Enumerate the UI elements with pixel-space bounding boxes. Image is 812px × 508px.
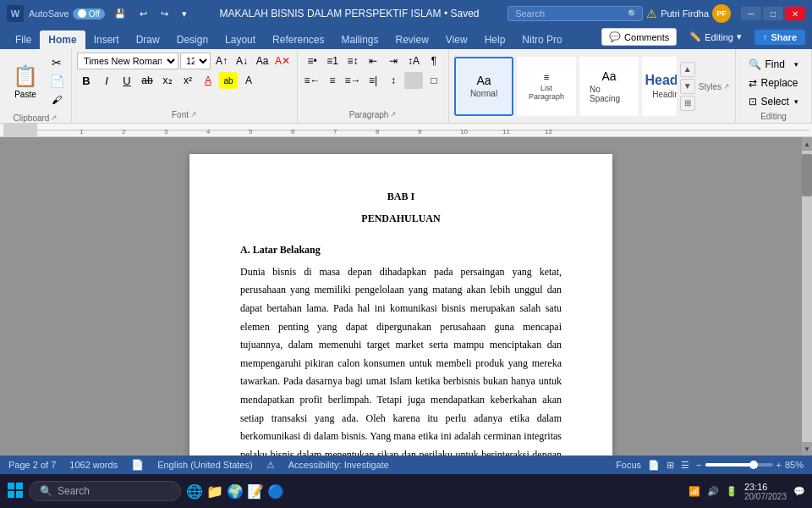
multilevel-button[interactable]: ≡↕ [343,52,362,69]
align-right-button[interactable]: ≡→ [343,72,362,89]
layout-icon1[interactable]: 📄 [648,460,660,471]
style-heading1[interactable]: Heading Heading 1 [642,57,677,116]
change-case-button[interactable]: Aa [253,52,272,69]
select-button[interactable]: ⊡ Select ▾ [743,93,804,110]
taskbar-app-2[interactable]: 📁 [206,483,223,500]
windows-logo-icon [7,482,24,499]
start-button[interactable] [7,482,24,501]
clipboard-expand[interactable]: ↗ [51,113,58,122]
layout-icon3[interactable]: ☰ [681,460,689,471]
comments-button[interactable]: 💬 Comments [601,28,677,46]
scrollbar-thumb[interactable] [802,154,812,196]
taskbar-app-word[interactable]: 📝 [247,483,264,500]
highlight-button[interactable]: ab [219,72,238,89]
font-size-select[interactable]: 12 [180,52,211,69]
undo-button[interactable]: ↩ [135,6,151,22]
style-normal[interactable]: Aa Normal [454,57,513,116]
tab-layout[interactable]: Layout [217,30,264,49]
layout-icon2[interactable]: ⊞ [667,460,674,471]
subscript-button[interactable]: x₂ [158,72,177,89]
decrease-font-button[interactable]: A↓ [233,52,251,69]
styles-expand[interactable]: ⊞ [680,96,695,111]
autosave-toggle[interactable]: Off [73,8,105,19]
justify-button[interactable]: ≡| [364,72,382,89]
strikethrough-button[interactable]: ab [138,72,156,89]
tab-draw[interactable]: Draw [128,30,168,49]
tab-design[interactable]: Design [168,30,217,49]
focus-label[interactable]: Focus [616,460,641,470]
decrease-indent-button[interactable]: ⇤ [364,52,382,69]
bold-button[interactable]: B [77,72,96,89]
numbering-button[interactable]: ≡1 [323,52,342,69]
find-button[interactable]: 🔍 Find ▾ [743,56,804,73]
date: 20/07/2023 [744,492,787,501]
align-center-button[interactable]: ≡ [323,72,342,89]
zoom-in-icon[interactable]: + [776,460,782,470]
tab-file[interactable]: File [7,30,40,49]
taskbar-app-edge[interactable]: 🌍 [227,483,244,500]
show-formatting-button[interactable]: ¶ [425,52,443,69]
style-no-spacing[interactable]: Aa No Spacing [579,57,639,116]
share-button[interactable]: ↑ Share [754,30,805,45]
close-button[interactable]: ✕ [785,7,805,20]
tab-help[interactable]: Help [476,30,514,49]
zoom-out-icon[interactable]: − [696,460,701,470]
redo-button[interactable]: ↪ [156,6,173,22]
shading-para-button[interactable] [404,72,423,89]
bullets-button[interactable]: ≡• [303,52,321,69]
zoom-thumb[interactable] [749,461,758,469]
borders-button[interactable]: □ [425,72,443,89]
tab-view[interactable]: View [437,30,476,49]
shading-button[interactable]: A [239,72,258,89]
cut-button[interactable]: ✂ [47,54,66,71]
sort-button[interactable]: ↕A [404,52,423,69]
copy-button[interactable]: 📄 [47,73,66,90]
replace-button[interactable]: ⇄ Replace [743,75,804,91]
taskbar-app-3[interactable]: 🔵 [267,483,284,500]
svg-text:3: 3 [164,128,168,135]
italic-button[interactable]: I [97,72,116,89]
tab-mailings[interactable]: Mailings [332,30,387,49]
title-search-input[interactable] [508,6,643,21]
align-left-button[interactable]: ≡← [303,72,321,89]
superscript-button[interactable]: x² [178,72,197,89]
increase-font-button[interactable]: A↑ [212,52,231,69]
accessibility-text[interactable]: Accessibility: Investigate [288,460,389,470]
taskbar-app-1[interactable]: 🌐 [186,483,203,500]
zoom-track[interactable] [705,463,773,467]
styles-expand-btn[interactable]: ↗ [723,82,730,91]
vertical-scrollbar[interactable]: ▲ ▼ [802,137,812,456]
font-color-button[interactable]: A [199,72,217,89]
scroll-down-button[interactable]: ▼ [802,442,812,456]
line-spacing-button[interactable]: ↕ [384,72,403,89]
tab-references[interactable]: References [264,30,332,49]
style-list-paragraph[interactable]: ≡ List Paragraph [517,57,576,116]
customize-quick-access[interactable]: ▾ [178,6,191,22]
tab-review[interactable]: Review [387,30,437,49]
search-taskbar-button[interactable]: 🔍 Search [29,481,181,501]
tab-insert[interactable]: Insert [85,30,128,49]
paragraph-expand[interactable]: ↗ [390,110,397,119]
clear-format-button[interactable]: A✕ [273,52,292,69]
paste-button[interactable]: 📋 Paste [5,52,46,110]
language[interactable]: English (United States) [157,460,253,470]
save-button[interactable]: 💾 [110,6,130,22]
maximize-button[interactable]: □ [763,7,783,20]
editing-button[interactable]: ✏️ Editing ▾ [682,28,749,46]
underline-button[interactable]: U [118,72,136,89]
autosave-area: AutoSave Off [29,8,105,19]
scroll-up-button[interactable]: ▲ [802,137,812,151]
format-painter-button[interactable]: 🖌 [47,91,66,108]
zoom-slider[interactable]: − + 85% [696,460,804,470]
notification-icon[interactable]: 💬 [793,486,805,497]
increase-indent-button[interactable]: ⇥ [384,52,403,69]
styles-scroll-down[interactable]: ▼ [680,79,695,94]
document-scroll[interactable]: BAB I PENDAHULUAN A. Latar Belakang Duni… [0,137,802,456]
styles-scroll-up[interactable]: ▲ [680,62,695,77]
font-name-select[interactable]: Times New Roman [77,52,178,69]
font-expand[interactable]: ↗ [190,110,197,119]
tab-nitro[interactable]: Nitro Pro [513,30,570,49]
main-paragraph[interactable]: Dunia bisnis di masa depan dihadapkan pa… [240,263,562,456]
tab-home[interactable]: Home [40,30,85,49]
minimize-button[interactable]: ─ [741,7,761,20]
